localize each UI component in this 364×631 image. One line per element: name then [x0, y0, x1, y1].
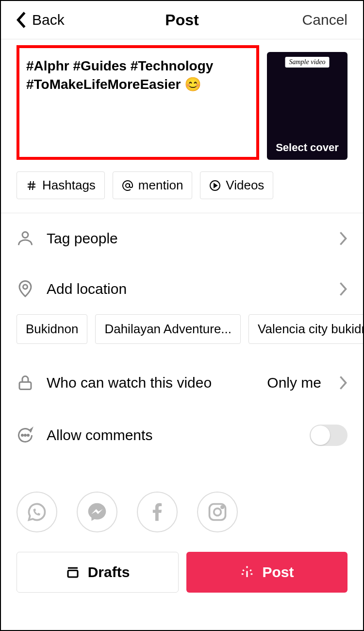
- add-location-label: Add location: [47, 281, 326, 297]
- instagram-share-button[interactable]: [197, 492, 238, 532]
- videos-label: Videos: [226, 178, 264, 193]
- video-thumbnail[interactable]: Sample video Select cover: [267, 52, 347, 160]
- at-icon: [122, 180, 133, 191]
- share-row: [1, 462, 363, 537]
- caption-text: #Alphr #Guides #Technology #ToMakeLifeMo…: [26, 57, 249, 94]
- whatsapp-share-button[interactable]: [17, 492, 57, 532]
- svg-point-5: [22, 435, 23, 436]
- comment-icon: [17, 426, 34, 444]
- location-suggestions: Bukidnon Dahilayan Adventure... Valencia…: [1, 314, 363, 358]
- facebook-icon: [147, 501, 168, 523]
- svg-point-3: [23, 285, 28, 289]
- svg-point-10: [221, 506, 223, 508]
- messenger-share-button[interactable]: [77, 492, 117, 532]
- mention-label: mention: [138, 178, 183, 193]
- add-location-row[interactable]: Add location: [1, 264, 363, 314]
- svg-rect-4: [19, 382, 31, 390]
- instagram-icon: [207, 501, 228, 523]
- location-chip[interactable]: Bukidnon: [17, 314, 87, 344]
- location-chip[interactable]: Dahilayan Adventure...: [95, 314, 241, 344]
- person-icon: [17, 230, 34, 247]
- lock-icon: [17, 374, 34, 392]
- videos-chip[interactable]: Videos: [200, 171, 273, 199]
- svg-point-9: [214, 509, 221, 516]
- back-label: Back: [32, 12, 65, 28]
- facebook-share-button[interactable]: [137, 492, 178, 532]
- page-title: Post: [165, 11, 199, 29]
- allow-comments-row: Allow comments: [1, 408, 363, 462]
- mention-chip[interactable]: mention: [113, 171, 193, 199]
- drafts-icon: [66, 565, 80, 580]
- thumbnail-tag: Sample video: [285, 57, 329, 68]
- hashtags-chip[interactable]: Hashtags: [17, 171, 105, 199]
- select-cover-label: Select cover: [267, 141, 347, 154]
- drafts-button[interactable]: Drafts: [17, 552, 179, 593]
- play-circle-icon: [209, 180, 221, 191]
- footer-buttons: Drafts Post: [1, 537, 363, 607]
- chevron-right-icon: [339, 282, 347, 296]
- chip-row: Hashtags mention Videos: [1, 160, 363, 213]
- svg-point-7: [28, 435, 29, 436]
- post-button[interactable]: Post: [186, 552, 347, 593]
- svg-point-0: [126, 184, 130, 188]
- hashtag-icon: [26, 180, 37, 191]
- privacy-row[interactable]: Who can watch this video Only me: [1, 358, 363, 408]
- caption-input[interactable]: #Alphr #Guides #Technology #ToMakeLifeMo…: [17, 45, 259, 160]
- sparkle-icon: [240, 565, 254, 580]
- header: Back Post Cancel: [1, 1, 363, 39]
- toggle-knob: [311, 426, 330, 445]
- chevron-right-icon: [339, 232, 347, 245]
- post-label: Post: [262, 564, 294, 580]
- tag-people-row[interactable]: Tag people: [1, 213, 363, 264]
- svg-point-6: [25, 435, 26, 436]
- hashtags-label: Hashtags: [42, 178, 96, 193]
- svg-point-2: [22, 232, 28, 238]
- caption-row: #Alphr #Guides #Technology #ToMakeLifeMo…: [1, 39, 363, 160]
- svg-rect-11: [68, 570, 78, 577]
- chevron-right-icon: [339, 376, 347, 390]
- privacy-value: Only me: [267, 375, 321, 391]
- whatsapp-icon: [26, 501, 48, 523]
- drafts-label: Drafts: [88, 564, 130, 580]
- messenger-icon: [86, 501, 108, 523]
- allow-comments-toggle[interactable]: [310, 425, 347, 446]
- cancel-button[interactable]: Cancel: [302, 12, 347, 28]
- tag-people-label: Tag people: [47, 230, 326, 247]
- location-chip[interactable]: Valencia city bukidnon: [248, 314, 364, 344]
- allow-comments-label: Allow comments: [47, 427, 297, 443]
- location-pin-icon: [17, 280, 34, 298]
- back-button[interactable]: Back: [17, 12, 65, 28]
- privacy-label: Who can watch this video: [47, 375, 254, 391]
- chevron-left-icon: [17, 12, 26, 28]
